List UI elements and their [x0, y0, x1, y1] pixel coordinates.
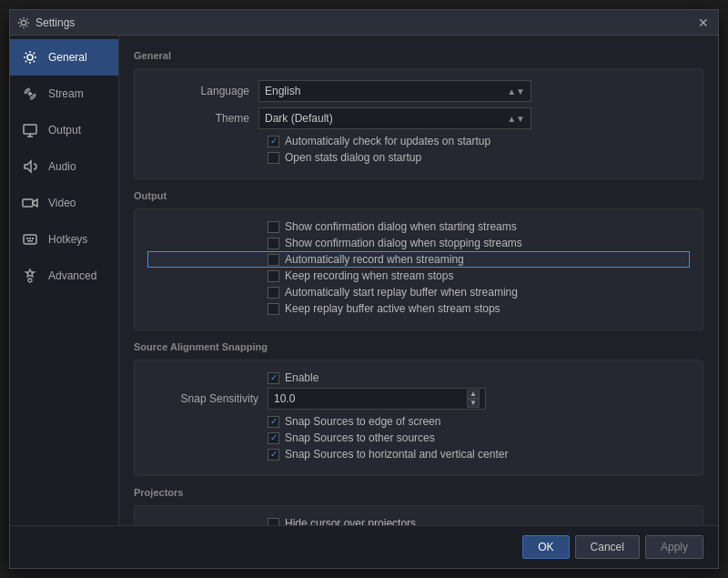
open-stats-label: Open stats dialog on startup	[285, 151, 421, 164]
snap-sensitivity-input[interactable]: 10.0 ▲ ▼	[268, 388, 486, 410]
sidebar-item-stream[interactable]: Stream	[10, 76, 118, 112]
snap-center-checkbox[interactable]	[268, 449, 279, 461]
keep-replay-row: Keep replay buffer active when stream st…	[149, 302, 688, 315]
advanced-icon	[21, 267, 39, 285]
titlebar: Settings ✕	[10, 10, 718, 35]
snap-other-checkbox[interactable]	[268, 432, 279, 444]
svg-point-2	[28, 92, 32, 96]
confirm-start-row: Show confirmation dialog when starting s…	[149, 220, 688, 233]
open-stats-checkbox[interactable]	[268, 152, 279, 164]
confirm-start-checkbox[interactable]	[268, 221, 279, 233]
sidebar-label-video: Video	[48, 197, 76, 209]
snap-spinbox-arrows: ▲ ▼	[467, 390, 480, 408]
sidebar-label-general: General	[48, 51, 87, 64]
snap-enable-label: Enable	[285, 371, 318, 384]
snap-center-label: Snap Sources to horizontal and vertical …	[285, 448, 508, 461]
snap-sensitivity-row: Snap Sensitivity 10.0 ▲ ▼	[149, 388, 688, 410]
window-title: Settings	[17, 16, 75, 29]
spin-up-arrow[interactable]: ▲	[467, 390, 480, 399]
sidebar-label-hotkeys: Hotkeys	[48, 233, 87, 246]
theme-select[interactable]: Dark (Default) ▲▼	[258, 107, 531, 129]
snap-edge-checkbox[interactable]	[268, 416, 279, 428]
theme-row: Theme Dark (Default) ▲▼	[149, 107, 688, 129]
hide-cursor-row: Hide cursor over projectors	[149, 517, 688, 525]
projectors-section-label: Projectors	[134, 487, 703, 498]
svg-point-0	[21, 20, 25, 25]
sidebar-item-advanced[interactable]: Advanced	[10, 258, 118, 294]
auto-record-checkbox[interactable]	[268, 254, 279, 266]
main-settings-panel: General Language English ▲▼ Theme Dark (…	[119, 35, 718, 525]
auto-replay-checkbox[interactable]	[268, 287, 279, 299]
snap-sensitivity-value: 10.0	[274, 392, 295, 405]
sidebar-label-output: Output	[48, 124, 81, 137]
language-value: English	[265, 85, 300, 97]
auto-record-row: Automatically record when streaming	[149, 253, 688, 266]
svg-rect-8	[32, 238, 34, 239]
auto-update-row: Automatically check for updates on start…	[149, 135, 688, 147]
hide-cursor-checkbox[interactable]	[268, 518, 279, 526]
sidebar-item-audio[interactable]: Audio	[10, 148, 118, 185]
sidebar-label-audio: Audio	[48, 160, 76, 173]
snapping-section-label: Source Alignment Snapping	[134, 341, 703, 352]
apply-button[interactable]: Apply	[645, 535, 703, 559]
svg-rect-6	[26, 238, 28, 239]
auto-record-label: Automatically record when streaming	[285, 253, 464, 266]
hotkeys-icon	[21, 230, 39, 248]
snap-other-label: Snap Sources to other sources	[285, 431, 435, 444]
footer: OK Cancel Apply	[10, 525, 718, 568]
snapping-panel: Enable Snap Sensitivity 10.0 ▲ ▼ Snap So…	[134, 360, 703, 476]
theme-value: Dark (Default)	[265, 112, 333, 125]
confirm-start-label: Show confirmation dialog when starting s…	[285, 220, 517, 233]
language-label: Language	[149, 85, 258, 97]
svg-rect-7	[29, 238, 31, 239]
output-icon	[21, 121, 39, 139]
theme-label: Theme	[149, 112, 258, 125]
confirm-stop-label: Show confirmation dialog when stopping s…	[285, 237, 522, 249]
keep-replay-checkbox[interactable]	[268, 303, 279, 315]
auto-replay-row: Automatically start replay buffer when s…	[149, 286, 688, 299]
language-row: Language English ▲▼	[149, 80, 688, 102]
keep-recording-checkbox[interactable]	[268, 270, 279, 282]
snap-sensitivity-label: Snap Sensitivity	[149, 392, 268, 405]
projectors-panel: Hide cursor over projectors Make project…	[134, 505, 703, 525]
output-section-label: Output	[134, 190, 703, 201]
cancel-button[interactable]: Cancel	[575, 535, 640, 559]
sidebar-label-advanced: Advanced	[48, 269, 96, 282]
auto-update-checkbox[interactable]	[268, 136, 279, 147]
snap-edge-row: Snap Sources to edge of screen	[149, 415, 688, 428]
snap-enable-checkbox[interactable]	[268, 372, 279, 384]
video-icon	[21, 194, 39, 212]
ok-button[interactable]: OK	[522, 535, 569, 559]
sidebar-item-output[interactable]: Output	[10, 112, 118, 148]
snap-center-row: Snap Sources to horizontal and vertical …	[149, 448, 688, 461]
sidebar-item-hotkeys[interactable]: Hotkeys	[10, 221, 118, 258]
keep-recording-row: Keep recording when stream stops	[149, 269, 688, 282]
hide-cursor-label: Hide cursor over projectors	[285, 517, 416, 525]
sidebar: General Stream Output Audio	[10, 35, 119, 525]
settings-window: Settings ✕ General Stream	[9, 9, 719, 569]
general-icon	[21, 48, 39, 66]
svg-point-10	[28, 279, 32, 282]
output-panel: Show confirmation dialog when starting s…	[134, 208, 703, 330]
keep-replay-label: Keep replay buffer active when stream st…	[285, 302, 500, 315]
svg-rect-4	[23, 199, 33, 207]
content-area: General Stream Output Audio	[10, 35, 718, 525]
auto-replay-label: Automatically start replay buffer when s…	[285, 286, 518, 299]
close-button[interactable]: ✕	[696, 15, 711, 30]
confirm-stop-row: Show confirmation dialog when stopping s…	[149, 237, 688, 249]
snap-edge-label: Snap Sources to edge of screen	[285, 415, 440, 428]
settings-icon	[17, 16, 30, 29]
svg-rect-3	[24, 125, 36, 134]
auto-update-label: Automatically check for updates on start…	[285, 135, 490, 147]
snap-other-row: Snap Sources to other sources	[149, 431, 688, 444]
audio-icon	[21, 157, 39, 176]
sidebar-item-general[interactable]: General	[10, 39, 118, 76]
sidebar-item-video[interactable]: Video	[10, 185, 118, 221]
snap-enable-row: Enable	[149, 371, 688, 384]
confirm-stop-checkbox[interactable]	[268, 238, 279, 249]
language-arrow: ▲▼	[507, 86, 525, 96]
language-select[interactable]: English ▲▼	[258, 80, 531, 102]
spin-down-arrow[interactable]: ▼	[467, 399, 480, 408]
general-panel: Language English ▲▼ Theme Dark (Default)…	[134, 68, 703, 179]
theme-arrow: ▲▼	[507, 114, 525, 124]
